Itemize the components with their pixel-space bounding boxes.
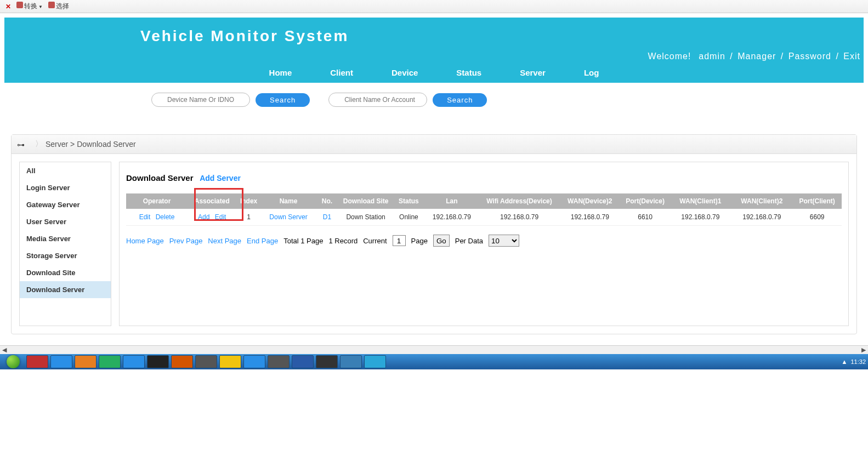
user-links: Welcome! admin / Manager / Password / Ex… xyxy=(4,45,864,66)
current-page-input[interactable] xyxy=(393,235,406,246)
server-table: Operator Associated Index Name No. Downl… xyxy=(126,193,842,226)
th-port-client: Port(Client) xyxy=(792,193,842,209)
start-button[interactable] xyxy=(2,354,24,369)
row-delete-link[interactable]: Delete xyxy=(156,213,175,221)
client-search-input[interactable] xyxy=(328,93,427,107)
taskbar-app[interactable] xyxy=(123,355,145,368)
taskbar-app[interactable] xyxy=(219,355,241,368)
sidebar-item-user-server[interactable]: User Server xyxy=(20,213,111,230)
select-button[interactable]: 选择 xyxy=(48,2,69,11)
close-tab-icon[interactable]: ✕ xyxy=(5,3,11,10)
add-server-link[interactable]: Add Server xyxy=(200,174,241,183)
home-page-link[interactable]: Home Page xyxy=(126,237,164,245)
nav-device[interactable]: Device xyxy=(392,68,418,77)
taskbar-app[interactable] xyxy=(268,355,290,368)
table-row: Edit Delete Add Edit 1 Down Server D1 Do… xyxy=(126,209,842,226)
taskbar-app[interactable] xyxy=(364,355,386,368)
th-index: Index xyxy=(237,193,261,209)
taskbar-app[interactable] xyxy=(171,355,193,368)
pdf-icon xyxy=(16,2,23,8)
th-wan-client1: WAN(Client)1 xyxy=(670,193,731,209)
row-assoc-edit-link[interactable]: Edit xyxy=(215,213,226,221)
sidebar-item-login-server[interactable]: Login Server xyxy=(20,179,111,196)
end-page-link[interactable]: End Page xyxy=(247,237,278,245)
taskbar-app[interactable] xyxy=(340,355,362,368)
clock: 11:32 xyxy=(850,358,866,365)
row-assoc-add-link[interactable]: Add xyxy=(198,213,209,221)
convert-button[interactable]: 转换▼ xyxy=(16,2,43,11)
sidebar-item-all[interactable]: All xyxy=(20,162,111,179)
sidebar-item-storage-server[interactable]: Storage Server xyxy=(20,247,111,264)
pdf-icon xyxy=(48,2,55,8)
cell-wan-client2: 192.168.0.79 xyxy=(731,209,792,226)
per-data-label: Per Data xyxy=(455,237,483,245)
breadcrumb: ⊶ 〉 Server > Download Server xyxy=(12,135,856,154)
row-edit-link[interactable]: Edit xyxy=(139,213,151,221)
nav-status[interactable]: Status xyxy=(456,68,481,77)
nav-home[interactable]: Home xyxy=(269,68,292,77)
main-panel: Download Server Add Server Operator Asso… xyxy=(119,162,849,326)
taskbar-app[interactable] xyxy=(195,355,217,368)
device-search-button[interactable]: Search xyxy=(256,93,310,107)
browser-toolbar: ✕ 转换▼ 选择 xyxy=(0,0,868,13)
scroll-left-icon[interactable]: ◀ xyxy=(2,346,7,354)
nav-log[interactable]: Log xyxy=(584,68,599,77)
user-link[interactable]: admin xyxy=(699,52,725,61)
search-row: 🔍 Search 🔍 Search xyxy=(0,83,868,112)
taskbar-app[interactable] xyxy=(147,355,169,368)
next-page-link[interactable]: Next Page xyxy=(208,237,241,245)
taskbar: ▲ 11:32 xyxy=(0,354,868,369)
role-link[interactable]: Manager xyxy=(737,52,776,61)
taskbar-app[interactable] xyxy=(316,355,338,368)
cell-wan-client1: 192.168.0.79 xyxy=(670,209,731,226)
device-search-input[interactable] xyxy=(151,93,250,107)
th-wan-client2: WAN(Client)2 xyxy=(731,193,792,209)
taskbar-app[interactable] xyxy=(50,355,72,368)
tray-icon[interactable]: ▲ xyxy=(842,358,848,365)
prev-page-link[interactable]: Prev Page xyxy=(169,237,203,245)
main-nav: Home Client Device Status Server Log xyxy=(4,66,864,83)
app-header: Vehicle Monitor System Welcome! admin / … xyxy=(4,18,864,83)
cell-name-link[interactable]: Down Server xyxy=(269,213,307,221)
content-container: ⊶ 〉 Server > Download Server All Login S… xyxy=(11,134,857,334)
taskbar-app[interactable] xyxy=(75,355,97,368)
record-count-label: 1 Record xyxy=(328,237,358,245)
sidebar-item-download-server[interactable]: Download Server xyxy=(20,281,111,298)
cell-port-device: 6610 xyxy=(621,209,670,226)
taskbar-app[interactable] xyxy=(243,355,265,368)
taskbar-app[interactable] xyxy=(292,355,314,368)
taskbar-app[interactable] xyxy=(99,355,121,368)
go-button[interactable]: Go xyxy=(433,235,450,247)
sidebar-item-download-site[interactable]: Download Site xyxy=(20,264,111,281)
per-data-select[interactable]: 10 xyxy=(489,235,519,247)
cell-no-link[interactable]: D1 xyxy=(323,213,331,221)
current-label: Current xyxy=(363,237,387,245)
nav-client[interactable]: Client xyxy=(330,68,353,77)
cell-lan: 192.168.0.79 xyxy=(424,209,479,226)
th-wifi-addr-device: Wifi Address(Device) xyxy=(479,193,559,209)
th-associated: Associated xyxy=(188,193,237,209)
password-link[interactable]: Password xyxy=(788,52,831,61)
sidebar-item-media-server[interactable]: Media Server xyxy=(20,230,111,247)
cell-download-site: Down Station xyxy=(338,209,394,226)
scroll-right-icon[interactable]: ▶ xyxy=(861,346,866,354)
page-label: Page xyxy=(411,237,428,245)
panel-title: Download Server xyxy=(126,173,194,183)
th-status: Status xyxy=(393,193,424,209)
th-port-device: Port(Device) xyxy=(621,193,670,209)
system-tray[interactable]: ▲ 11:32 xyxy=(842,358,866,365)
breadcrumb-icon: ⊶ xyxy=(17,140,27,148)
breadcrumb-server: Server xyxy=(46,140,68,149)
cell-port-client: 6609 xyxy=(792,209,842,226)
taskbar-app[interactable] xyxy=(26,355,48,368)
th-no: No. xyxy=(316,193,338,209)
client-search-button[interactable]: Search xyxy=(433,93,487,107)
total-pages-label: Total 1 Page xyxy=(283,237,323,245)
cell-wan-device2: 192.168.0.79 xyxy=(559,209,621,226)
exit-link[interactable]: Exit xyxy=(843,52,860,61)
sidebar: All Login Server Gateway Server User Ser… xyxy=(19,162,111,326)
nav-server[interactable]: Server xyxy=(520,68,546,77)
sidebar-item-gateway-server[interactable]: Gateway Server xyxy=(20,196,111,213)
horizontal-scrollbar[interactable]: ◀ ▶ xyxy=(0,345,868,354)
breadcrumb-download-server: Download Server xyxy=(77,140,135,149)
